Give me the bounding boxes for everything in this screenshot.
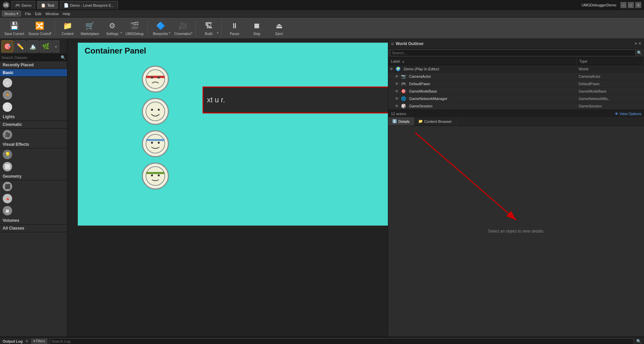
build-icon: 🏗: [203, 21, 214, 31]
smiley-face-3: [142, 130, 169, 157]
table-row[interactable]: 👁 🎲 GameSession GameSession: [388, 102, 644, 110]
table-row[interactable]: 👁 🎯 GameModeBase GameModeBase: [388, 88, 644, 95]
outliner-row-label: GameSession: [408, 104, 579, 108]
modes-tabs: 🎯 ✏️ 🏔️ 🌿 »: [0, 39, 67, 54]
mode-place[interactable]: 🎯: [1, 40, 13, 53]
svg-point-13: [146, 167, 165, 185]
toolbar-separator-2: [147, 20, 148, 36]
category-all-classes[interactable]: All Classes: [0, 225, 67, 232]
outliner-row-type: DefaultPawn: [579, 82, 643, 86]
outliner-search-input[interactable]: [390, 49, 636, 56]
item-icon-vfx-2: ⬜: [3, 162, 12, 171]
item-icon-light: ⚪: [3, 102, 12, 112]
marketplace-button[interactable]: 🛒 Marketplace: [79, 19, 101, 37]
category-basic[interactable]: Basic: [0, 69, 67, 77]
stop-button[interactable]: ⏹ Stop: [246, 19, 268, 37]
game-view: Container Panel: [78, 42, 388, 226]
filters-button[interactable]: ▾ Filters: [31, 339, 47, 344]
minimize-button[interactable]: ─: [620, 2, 626, 8]
list-item[interactable]: 💡: [0, 148, 67, 161]
menu-edit[interactable]: Edit: [35, 12, 41, 16]
container-panel-label: Container Panel: [78, 46, 146, 56]
tab-test[interactable]: 📋 Test: [37, 1, 58, 9]
cinematics-button[interactable]: 🎥 Cinematics ▾: [172, 19, 193, 37]
titlebar: UE 🎮 Demo 📋 Test 📄 Demo - Level Blueprin…: [0, 0, 644, 10]
save-current-button[interactable]: 💾 Save Current: [3, 19, 26, 37]
viewport-content: Container Panel: [67, 39, 388, 337]
close-button[interactable]: ✕: [635, 2, 641, 8]
viewport[interactable]: Container Panel: [67, 39, 388, 337]
mode-foliage[interactable]: 🌿: [40, 40, 52, 53]
table-row[interactable]: 👁 🎮 DefaultPawn DefaultPawn: [388, 80, 644, 88]
category-recently-placed[interactable]: Recently Placed: [0, 61, 67, 69]
details-content: Select an object to view details.: [388, 126, 644, 337]
blueprints-button[interactable]: 🔷 Blueprints ▾: [150, 19, 171, 37]
category-geometry[interactable]: Geometry: [0, 173, 67, 180]
list-item[interactable]: ◼: [0, 205, 67, 217]
sort-icon: ▲: [401, 59, 405, 63]
table-row[interactable]: 👁 📷 CameraActor CameraActor: [388, 73, 644, 80]
col-header-label: Label ▲: [388, 57, 577, 65]
content-button[interactable]: 📁 Content: [57, 19, 79, 37]
outliner-toolbar: 🔍: [388, 48, 644, 57]
app-name: UMGDebuggerDemo: [582, 3, 616, 7]
ue-logo: UE: [3, 2, 9, 8]
tab-blueprint[interactable]: 📄 Demo - Level Blueprint E...: [60, 1, 118, 9]
svg-point-12: [158, 142, 160, 144]
settings-button[interactable]: ⚙ Settings ▾: [101, 19, 123, 37]
outliner-options-button[interactable]: ▾: [635, 41, 637, 46]
tab-demo-label: Demo: [22, 3, 31, 7]
source-control-button[interactable]: 🔀 Source Control ▾: [27, 19, 53, 37]
mode-landscape[interactable]: 🏔️: [27, 40, 39, 53]
pause-button[interactable]: ⏸ Pause: [224, 19, 245, 37]
smiley-face-4: [142, 163, 169, 190]
table-row[interactable]: 👁 🌐 GameNetworkManager GameNetworkMa...: [388, 95, 644, 102]
geometry-items: ⬛ 🔺 ◼: [0, 180, 67, 217]
gamemode-icon: 🎯: [401, 89, 408, 94]
maximize-button[interactable]: □: [628, 2, 634, 8]
outliner-close-button[interactable]: ✕: [638, 41, 641, 46]
list-item[interactable]: 🎥: [0, 129, 67, 141]
list-item[interactable]: ⬛: [0, 180, 67, 193]
build-button[interactable]: 🏗 Build ▾: [198, 19, 219, 37]
eject-button[interactable]: ⏏ Eject: [268, 19, 290, 37]
svg-rect-1: [146, 76, 165, 78]
svg-point-2: [151, 77, 153, 79]
build-label: Build: [205, 32, 212, 36]
log-search-icon: 🔍: [636, 339, 641, 344]
tab-content-browser[interactable]: 📁 Content Browser: [414, 117, 456, 126]
svg-point-9: [146, 134, 165, 153]
mode-paint[interactable]: ✏️: [14, 40, 26, 53]
log-search-input[interactable]: [50, 338, 634, 344]
tab-details[interactable]: ℹ️ Details: [388, 117, 414, 126]
basic-items: ● 🧍 ⚪: [0, 77, 67, 113]
umgdebug-icon: 🎬: [129, 21, 140, 31]
modes-button[interactable]: Modes ▾: [2, 11, 21, 16]
search-classes-input[interactable]: [1, 56, 59, 60]
category-lights[interactable]: Lights: [0, 113, 67, 121]
modes-expand-button[interactable]: »: [53, 40, 59, 53]
list-item[interactable]: ●: [0, 77, 67, 89]
list-item[interactable]: ⚪: [0, 101, 67, 113]
source-control-label: Source Control: [28, 32, 51, 36]
category-volumes-label: Volumes: [3, 218, 19, 223]
table-row[interactable]: 👁 🌍 Demo (Play In Editor) World: [388, 65, 644, 73]
category-volumes[interactable]: Volumes: [0, 217, 67, 225]
category-visual-effects[interactable]: Visual Effects: [0, 141, 67, 148]
text-box-text: xt u r.: [207, 96, 225, 104]
view-options-button[interactable]: 👁 View Options: [615, 112, 641, 116]
menu-window[interactable]: Window: [45, 12, 59, 16]
list-item[interactable]: 🔺: [0, 193, 67, 205]
category-cinematic[interactable]: Cinematic: [0, 121, 67, 129]
vis-icon: 👁: [395, 104, 401, 108]
smiley-face-1: [142, 66, 169, 93]
umgdebug-button[interactable]: 🎬 UMGDebug: [124, 19, 145, 37]
marketplace-icon: 🛒: [85, 21, 95, 31]
menu-file[interactable]: File: [25, 12, 31, 16]
text-box-red-overlay: xt u r.: [203, 87, 388, 113]
list-item[interactable]: ⬜: [0, 161, 67, 173]
tab-demo[interactable]: 🎮 Demo: [11, 1, 35, 9]
menu-help[interactable]: Help: [63, 12, 70, 16]
list-item[interactable]: 🧍: [0, 89, 67, 101]
save-icon: 💾: [9, 21, 20, 31]
